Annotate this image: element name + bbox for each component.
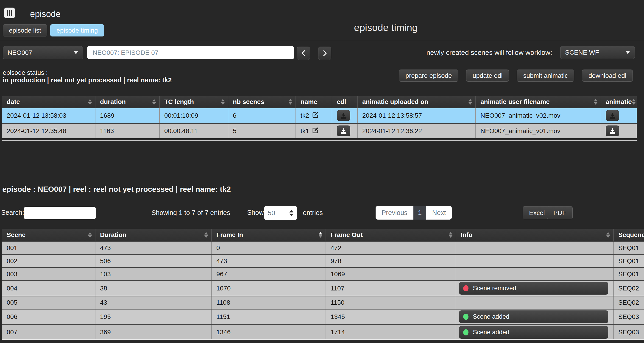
cell-sequence: SEQ01 — [614, 241, 644, 254]
app-title: episode — [30, 9, 60, 19]
update-edl-button[interactable]: update edl — [466, 70, 509, 82]
cell-duration: 473 — [95, 241, 212, 254]
cell-frame-out: 1107 — [326, 280, 456, 296]
page-length-value: 50 — [268, 209, 275, 217]
download-edl-button[interactable]: download edl — [582, 70, 633, 82]
green-dot-icon — [463, 329, 468, 336]
menu-button[interactable] — [4, 8, 15, 18]
episode-name-input[interactable] — [87, 46, 294, 59]
sort-icon — [88, 232, 92, 238]
column-header-scene[interactable]: Scene — [2, 229, 95, 241]
cell-date: 2024-01-12 12:35:48 — [2, 123, 95, 138]
page-number-button[interactable]: 1 — [414, 206, 426, 220]
previous-episode-button[interactable] — [297, 46, 310, 60]
sort-icon — [606, 232, 610, 238]
sort-icon — [152, 99, 156, 104]
scenes-header-row: Scene Duration Frame In Frame Out Info S… — [2, 229, 644, 241]
column-header-frame-in[interactable]: Frame In — [212, 229, 326, 241]
cell-tc-length: 00:00:48:11 — [160, 123, 228, 138]
cell-frame-in: 1346 — [212, 324, 326, 340]
chevron-left-icon — [301, 50, 306, 57]
cell-frame-out: 1714 — [326, 324, 456, 340]
scene-row[interactable]: 003 103 967 1069 SEQ01 — [2, 268, 644, 280]
download-edl-row-button[interactable] — [337, 110, 350, 121]
cell-name: tk2 — [296, 108, 332, 123]
cell-sequence: SEQ01 — [614, 268, 644, 280]
column-header-sequence[interactable]: Sequence — [614, 229, 644, 241]
column-header-animatic-user-filename[interactable]: animatic user filename — [476, 96, 601, 108]
download-animatic-button[interactable] — [606, 126, 619, 136]
cell-frame-in: 1151 — [212, 309, 326, 324]
sort-icon — [449, 232, 452, 238]
download-edl-row-button[interactable] — [337, 126, 350, 136]
column-header-edl[interactable]: edl — [332, 96, 358, 108]
column-header-duration[interactable]: Duration — [95, 229, 212, 241]
cell-scene: 006 — [2, 309, 95, 324]
up-down-spinner-icon — [289, 210, 294, 216]
cell-frame-out: 472 — [326, 241, 456, 254]
export-pdf-button[interactable]: PDF — [547, 206, 573, 219]
column-header-info[interactable]: Info — [456, 229, 614, 241]
edit-name-icon[interactable] — [312, 111, 319, 120]
submit-animatic-button[interactable]: submit animatic — [517, 70, 574, 82]
search-input[interactable] — [24, 207, 96, 219]
take-row[interactable]: 2024-01-12 13:58:03 1689 00:01:10:09 6 t… — [2, 108, 637, 123]
scene-removed-badge: Scene removed — [459, 282, 608, 294]
next-episode-button[interactable] — [318, 46, 331, 60]
column-header-name[interactable]: name — [296, 96, 332, 108]
column-header-date[interactable]: date — [2, 96, 95, 108]
download-animatic-button[interactable] — [606, 110, 619, 121]
cell-date: 2024-01-12 13:58:03 — [2, 108, 95, 123]
column-header-animatic[interactable]: animatic — [601, 96, 637, 108]
cell-scene: 003 — [2, 268, 95, 280]
scene-row[interactable]: 002 506 473 978 SEQ01 — [2, 254, 644, 268]
chevron-right-icon — [322, 50, 328, 57]
cell-frame-in: 1070 — [212, 280, 326, 296]
scene-added-badge: Scene added — [459, 310, 608, 323]
next-page-button[interactable]: Next — [426, 206, 452, 220]
cell-frame-in: 1108 — [212, 296, 326, 309]
workflow-label: newly created scenes will follow worklow… — [426, 49, 552, 56]
reel-heading: episode : NEO007 | reel : reel not yet p… — [2, 185, 231, 194]
previous-page-button[interactable]: Previous — [376, 206, 414, 220]
sort-icon — [632, 99, 636, 104]
page-length-select[interactable]: 50 — [264, 206, 297, 220]
episode-timing-page: episode episode list episode timing epis… — [0, 0, 644, 343]
scene-row[interactable]: 007 369 1346 1714 Scene added SEQ03 — [2, 324, 644, 340]
column-header-tc-length[interactable]: TC length — [160, 96, 228, 108]
sort-icon — [594, 99, 598, 104]
cell-animatic-uploaded-on: 2024-01-12 13:58:57 — [358, 108, 476, 123]
cell-tc-length: 00:01:10:09 — [160, 108, 228, 123]
column-header-frame-out[interactable]: Frame Out — [326, 229, 456, 241]
scene-row[interactable]: 006 195 1151 1345 Scene added SEQ03 — [2, 309, 644, 324]
scene-row[interactable]: 004 38 1070 1107 Scene removed SEQ02 — [2, 280, 644, 296]
episode-status-label: episode status : — [3, 69, 48, 76]
prepare-episode-button[interactable]: prepare episode — [399, 70, 458, 82]
cell-sequence: SEQ03 — [614, 309, 644, 324]
column-header-nb-scenes[interactable]: nb scenes — [228, 96, 296, 108]
cell-info: Scene added — [456, 309, 614, 324]
scene-row[interactable]: 001 473 0 472 SEQ01 — [2, 241, 644, 254]
tab-episode-list[interactable]: episode list — [3, 24, 47, 36]
sort-icon — [88, 99, 92, 104]
cell-nb-scenes: 6 — [228, 108, 296, 123]
cell-name: tk1 — [296, 123, 332, 138]
cell-info: Scene added — [456, 324, 614, 340]
column-header-animatic-uploaded-on[interactable]: animatic uploaded on — [358, 96, 476, 108]
tab-episode-timing[interactable]: episode timing — [50, 24, 104, 36]
scene-row[interactable]: 005 43 1108 1150 SEQ02 — [2, 296, 644, 309]
column-header-duration[interactable]: duration — [95, 96, 160, 108]
cell-duration: 103 — [95, 268, 212, 280]
edit-name-icon[interactable] — [312, 127, 319, 135]
entries-label: entries — [303, 209, 323, 216]
cell-scene: 007 — [2, 324, 95, 340]
cell-edl — [332, 108, 358, 123]
workflow-select[interactable]: SCENE WF — [560, 46, 635, 59]
episode-select[interactable]: NEO007 — [3, 46, 83, 59]
page-title: episode timing — [354, 22, 418, 33]
header-divider — [0, 40, 644, 40]
sort-icon — [221, 99, 224, 104]
cell-info: Scene removed — [456, 280, 614, 296]
take-row[interactable]: 2024-01-12 12:35:48 1163 00:00:48:11 5 t… — [2, 123, 637, 138]
showing-entries-text: Showing 1 to 7 of 7 entries — [152, 209, 230, 216]
